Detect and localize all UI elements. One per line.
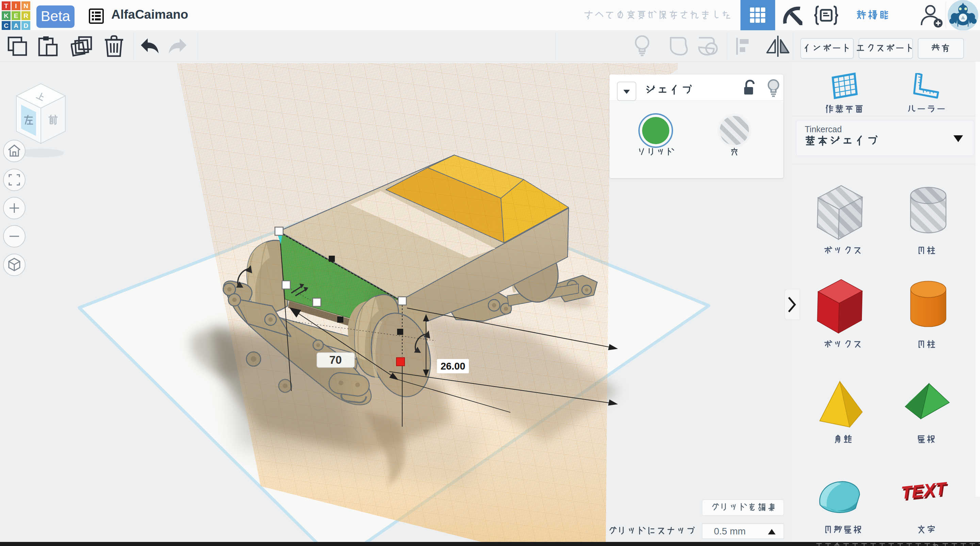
svg-text:26.00: 26.00 [441, 361, 466, 371]
svg-text:70: 70 [329, 354, 342, 366]
